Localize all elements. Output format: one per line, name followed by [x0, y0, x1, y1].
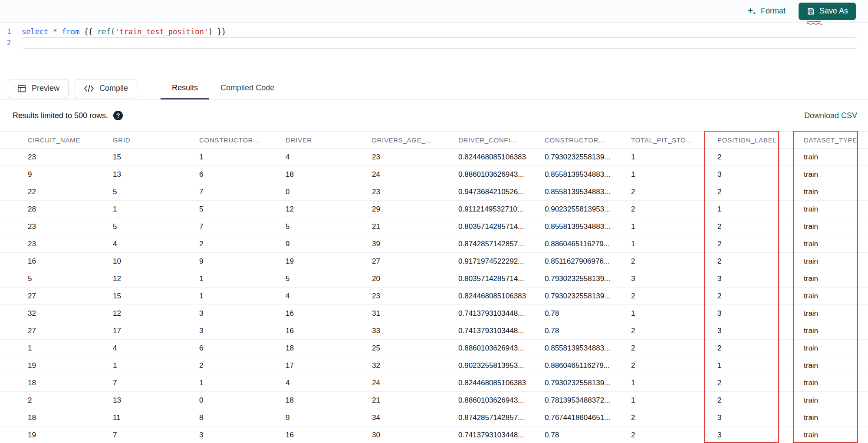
table-cell: 2 [631, 257, 717, 266]
table-cell: 3 [717, 413, 804, 422]
table-cell: 10 [113, 257, 199, 266]
download-csv-link[interactable]: Download CSV [804, 111, 857, 120]
table-cell: 32 [372, 361, 458, 370]
table-cell: 0.78 [545, 309, 631, 318]
table-cell: 24 [372, 379, 458, 387]
table-cell: 12 [113, 309, 199, 318]
code-token: 'train_test_position' [115, 27, 208, 36]
compile-button[interactable]: Compile [75, 79, 137, 98]
table-cell: 13 [113, 170, 199, 179]
table-cell: 0.7674418604651... [545, 413, 631, 422]
table-cell: 23 [372, 292, 458, 301]
table-cell: 5 [113, 188, 199, 196]
code-line: 2 [0, 37, 868, 49]
tab-results[interactable]: Results [161, 77, 209, 99]
table-cell: 2 [631, 361, 717, 370]
table-cell: train [804, 396, 868, 405]
table-cell: 2 [717, 188, 804, 196]
active-line-highlight[interactable] [22, 37, 857, 49]
table-cell: 8 [199, 413, 286, 422]
table-cell: 4 [113, 240, 199, 248]
compile-button-label: Compile [99, 84, 128, 93]
table-cell: 0.8860103626943... [458, 396, 545, 405]
table-cell: 18 [28, 379, 113, 387]
line-number: 1 [0, 28, 22, 36]
table-cell: 2 [717, 292, 804, 301]
dbt-ide-page: Format Save As 1 select * from {{ ref('t… [0, 0, 868, 443]
table-cell: 21 [372, 222, 458, 231]
table-cell: 5 [28, 274, 113, 283]
table-cell: 34 [372, 413, 458, 422]
code-token [57, 27, 62, 36]
save-as-button[interactable]: Save As [799, 3, 856, 20]
table-cell: 32 [28, 309, 113, 318]
table-cell: 27 [372, 257, 458, 266]
column-header: GRID [113, 136, 199, 144]
table-cell: 0.9112149532710... [458, 205, 545, 214]
editor-toolbar: Format Save As [0, 0, 868, 23]
table-cell: 6 [199, 170, 286, 179]
table-cell: 0.8742857142857... [458, 413, 545, 422]
table-cell: 2 [717, 344, 804, 353]
table-cell: 2 [199, 361, 286, 370]
table-cell: train [804, 257, 868, 266]
table-cell: 0 [286, 188, 372, 196]
format-button[interactable]: Format [747, 7, 786, 16]
table-cell: 2 [631, 344, 717, 353]
table-row: 18714240.8244680851063830.7930232558139.… [0, 374, 868, 392]
table-cell: 4 [286, 153, 372, 162]
table-cell: 23 [28, 222, 113, 231]
table-cell: 0.8860465116279... [545, 361, 631, 370]
code-line-1-content: select * from {{ ref('train_test_positio… [22, 27, 226, 36]
table-cell: 0.7413793103448... [458, 309, 545, 318]
table-row: 281512290.9112149532710...0.902325581395… [0, 201, 868, 218]
table-cell: 12 [113, 274, 199, 283]
sparkles-icon [747, 7, 756, 16]
table-cell: 23 [28, 240, 113, 248]
table-cell: train [804, 274, 868, 283]
table-cell: 0 [199, 396, 286, 405]
table-cell: 4 [286, 292, 372, 301]
table-cell: 17 [286, 361, 372, 370]
table-cell: 2 [631, 327, 717, 335]
table-row: 51215200.8035714285714...0.7930232558139… [0, 270, 868, 288]
table-cell: 6 [199, 344, 286, 353]
table-cell: 1 [199, 274, 286, 283]
table-cell: 2 [631, 413, 717, 422]
table-cell: 28 [28, 205, 113, 214]
table-cell: 0.78 [545, 327, 631, 335]
table-cell: train [804, 240, 868, 248]
table-cell: 9 [286, 240, 372, 248]
table-cell: 1 [631, 309, 717, 318]
table-cell: 2 [199, 240, 286, 248]
code-token: select [22, 27, 48, 36]
sql-editor[interactable]: 1 select * from {{ ref('train_test_posit… [0, 23, 868, 77]
table-cell: 1 [199, 153, 286, 162]
results-tabs: Results Compiled Code [161, 77, 286, 99]
table-cell: 1 [631, 396, 717, 405]
table-row: 181189340.8742857142857...0.767441860465… [0, 409, 868, 426]
table-cell: 2 [717, 222, 804, 231]
preview-button[interactable]: Preview [8, 79, 69, 98]
table-cell: train [804, 413, 868, 422]
table-cell: train [804, 361, 868, 370]
code-line: 1 select * from {{ ref('train_test_posit… [0, 26, 868, 37]
tab-compiled-code[interactable]: Compiled Code [209, 77, 286, 99]
table-cell: 4 [113, 344, 199, 353]
save-as-button-label: Save As [819, 7, 848, 16]
table-cell: 0.78 [545, 431, 631, 440]
table-cell: 0.824468085106383 [458, 153, 545, 162]
table-cell: 3 [199, 309, 286, 318]
table-cell: 1 [717, 361, 804, 370]
action-bar: Preview Compile Results Compiled Code [0, 77, 868, 100]
code-token [48, 27, 53, 36]
table-cell: 0.8035714285714... [458, 222, 545, 231]
help-icon[interactable]: ? [113, 111, 123, 120]
table-cell: 15 [113, 153, 199, 162]
code-token: from [62, 27, 79, 36]
table-cell: 2 [631, 292, 717, 301]
code-token: {{ [79, 27, 97, 36]
table-cell: 2 [717, 240, 804, 248]
table-cell: 0.7930232558139... [545, 153, 631, 162]
table-cell: train [804, 222, 868, 231]
